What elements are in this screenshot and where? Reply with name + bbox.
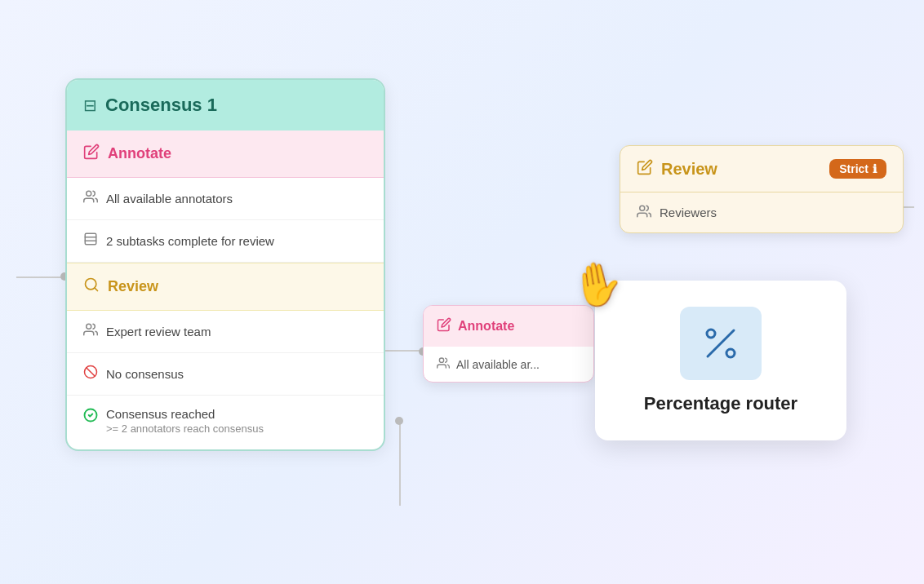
percentage-router-card: Percentage router — [595, 281, 846, 440]
annotate-icon — [83, 144, 100, 164]
no-consensus-icon — [83, 365, 98, 383]
subtasks-row: 2 subtasks complete for review — [67, 220, 384, 263]
strict-badge: Strict ℹ — [829, 159, 886, 179]
svg-point-16 — [726, 349, 735, 357]
expert-team-text: Expert review team — [106, 325, 211, 338]
no-consensus-row: No consensus — [67, 353, 384, 396]
annotate-float-card: Annotate All available ar... — [423, 305, 594, 383]
subtasks-text: 2 subtasks complete for review — [106, 234, 274, 248]
svg-point-9 — [87, 324, 91, 329]
subtasks-icon — [83, 232, 98, 250]
annotate-float-icon — [437, 317, 451, 335]
review-card-header: Review Strict ℹ — [620, 146, 903, 192]
percentage-icon — [680, 307, 762, 380]
annotate-label: Annotate — [108, 145, 171, 162]
reviewers-icon — [637, 204, 651, 221]
annotators-text: All available annotators — [106, 192, 233, 206]
consensus-reached-title: Consensus reached — [106, 407, 264, 421]
expert-team-icon — [83, 322, 98, 341]
svg-point-3 — [87, 191, 91, 196]
review-section[interactable]: Review — [67, 263, 384, 311]
strict-info-icon: ℹ — [873, 162, 877, 175]
review-strict-card: Review Strict ℹ Reviewers — [620, 145, 904, 233]
annotators-icon — [83, 189, 98, 208]
annotate-float-row-text: All available ar... — [456, 358, 540, 371]
annotators-row: All available annotators — [67, 178, 384, 220]
reviewers-text: Reviewers — [660, 206, 717, 219]
svg-line-11 — [87, 368, 96, 377]
review-card-icon — [637, 159, 653, 179]
svg-point-13 — [439, 358, 443, 362]
annotate-float-header: Annotate — [424, 306, 593, 347]
consensus-reached-icon — [83, 408, 98, 427]
review-card-reviewers-row: Reviewers — [620, 192, 903, 232]
annotate-section[interactable]: Annotate — [67, 131, 384, 178]
svg-point-15 — [707, 330, 715, 338]
consensus-reached-row: Consensus reached >= 2 annotators reach … — [67, 396, 384, 449]
annotate-float-row-icon — [437, 356, 450, 372]
annotate-float-row: All available ar... — [424, 347, 593, 382]
annotate-float-label: Annotate — [458, 319, 514, 334]
svg-rect-4 — [85, 233, 96, 245]
annotate-bottom-connector-dot — [395, 417, 403, 425]
review-label: Review — [108, 278, 158, 295]
svg-line-17 — [708, 330, 734, 356]
no-consensus-text: No consensus — [106, 367, 184, 381]
svg-line-8 — [95, 288, 98, 291]
consensus-card: ⊟ Consensus 1 Annotate All available ann… — [65, 78, 385, 451]
strict-label: Strict — [839, 162, 868, 175]
consensus-card-header: ⊟ Consensus 1 — [67, 80, 384, 131]
expert-team-row: Expert review team — [67, 311, 384, 353]
consensus-reached-text: Consensus reached >= 2 annotators reach … — [106, 407, 264, 435]
percentage-label: Percentage router — [644, 393, 797, 414]
consensus-title: Consensus 1 — [105, 95, 217, 116]
review-icon — [83, 277, 100, 297]
svg-point-14 — [640, 206, 645, 210]
consensus-icon: ⊟ — [83, 95, 97, 115]
consensus-reached-subtitle: >= 2 annotators reach consensus — [106, 423, 264, 435]
review-card-left: Review — [637, 159, 717, 179]
review-card-title: Review — [661, 160, 717, 179]
